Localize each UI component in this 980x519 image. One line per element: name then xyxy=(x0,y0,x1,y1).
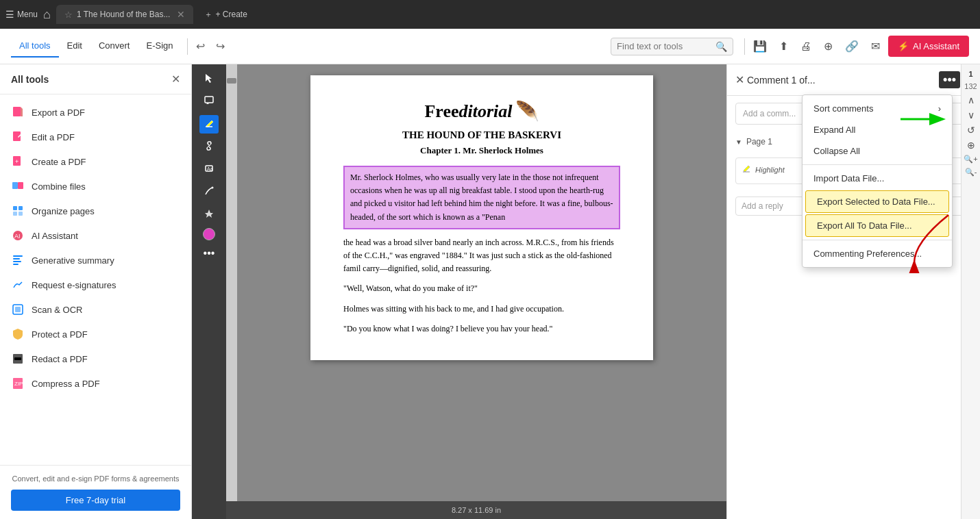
bookmarks-button[interactable]: ⊕ xyxy=(967,140,975,151)
ai-assistant-button[interactable]: ⚡ AI Assistant xyxy=(888,36,969,57)
sidebar-header: All tools ✕ xyxy=(0,64,191,94)
sidebar-item-compress-pdf[interactable]: ZIP Compress a PDF xyxy=(0,371,191,396)
pdf-body-text-1: the head was a broad silver band nearly … xyxy=(343,236,620,276)
create-pdf-icon: + xyxy=(11,155,25,168)
sidebar-item-gen-summary[interactable]: Generative summary xyxy=(0,248,191,273)
gen-summary-icon xyxy=(11,253,25,267)
zoom-out-button[interactable]: 🔍- xyxy=(965,168,977,177)
convert-tab[interactable]: Convert xyxy=(90,35,138,58)
browser-tab[interactable]: ☆ 1 The Hound of the Bas... ✕ xyxy=(56,5,194,24)
current-page-number: 1 xyxy=(968,70,972,78)
sidebar-item-ai-assistant[interactable]: AI AI Assistant xyxy=(0,223,191,248)
sort-comments-arrow-icon: › xyxy=(938,103,941,114)
sidebar-item-label-gen-summary: Generative summary xyxy=(32,255,114,266)
sidebar-item-label-protect: Protect a PDF xyxy=(32,329,88,340)
panel-title: Comment 1 of... xyxy=(747,75,936,86)
svg-text:Aa: Aa xyxy=(207,166,213,171)
dropdown-collapse-all[interactable]: Collapse All xyxy=(803,140,952,162)
dropdown-sort-comments[interactable]: Sort comments › xyxy=(803,98,952,119)
svg-rect-8 xyxy=(13,212,17,216)
color-picker[interactable] xyxy=(203,228,215,240)
draw-tool-button[interactable] xyxy=(199,183,219,201)
dropdown-expand-all[interactable]: Expand All xyxy=(803,119,952,140)
sidebar-item-organize-pages[interactable]: Organize pages xyxy=(0,199,191,223)
refresh-button[interactable]: ↺ xyxy=(967,125,975,136)
link-icon[interactable]: 🔗 xyxy=(842,37,861,55)
save-icon[interactable]: 💾 xyxy=(750,37,770,55)
sidebar-item-export-pdf[interactable]: Export a PDF xyxy=(0,100,191,125)
undo-redo-group: ↩ ↪ xyxy=(193,37,228,55)
zoom-icon[interactable]: ⊕ xyxy=(821,37,835,55)
svg-rect-19 xyxy=(14,357,21,360)
pdf-vertical-scrollbar[interactable] xyxy=(226,64,237,501)
esign-tab[interactable]: E-Sign xyxy=(138,35,181,58)
pdf-logo-text: Freeditorial xyxy=(424,101,512,122)
edit-tab[interactable]: Edit xyxy=(59,35,90,58)
sidebar-item-label-export-pdf: Export a PDF xyxy=(32,107,85,118)
scroll-down-button[interactable]: ∨ xyxy=(968,110,975,121)
sidebar-item-create-pdf[interactable]: + Create a PDF xyxy=(0,149,191,174)
zoom-in-button[interactable]: 🔍+ xyxy=(964,155,977,164)
upload-icon[interactable]: ⬆ xyxy=(776,37,791,55)
free-trial-button[interactable]: Free 7-day trial xyxy=(11,490,180,511)
browser-chrome: ☰ Menu ⌂ ☆ 1 The Hound of the Bas... ✕ ＋… xyxy=(0,0,980,29)
scan-ocr-icon xyxy=(11,303,25,316)
page-number-label: Page 1 xyxy=(746,137,772,147)
highlight-tool-button[interactable] xyxy=(199,115,219,134)
pdf-content-area: Freeditorial 🪶 THE HOUND OF THE BASKERVI… xyxy=(237,64,726,501)
pdf-body-text-3: Holmes was sitting with his back to me, … xyxy=(343,303,620,316)
svg-rect-4 xyxy=(12,182,18,189)
mail-icon[interactable]: ✉ xyxy=(868,37,883,55)
sidebar-item-combine-files[interactable]: Combine files xyxy=(0,174,191,199)
browser-menu[interactable]: ☰ Menu xyxy=(5,9,38,20)
new-tab-button[interactable]: ＋ + Create xyxy=(199,6,252,23)
undo-button[interactable]: ↩ xyxy=(193,37,208,55)
sidebar-item-label-edit-pdf: Edit a PDF xyxy=(32,132,75,142)
total-pages-number: 132 xyxy=(964,82,977,90)
link-tool-button[interactable] xyxy=(199,138,219,156)
more-tools-button[interactable]: ••• xyxy=(199,244,219,262)
all-tools-tab[interactable]: All tools xyxy=(11,35,59,58)
right-mini-toolbar: 1 132 ∧ ∨ ↺ ⊕ 🔍+ 🔍- xyxy=(961,64,980,519)
plus-icon: ＋ xyxy=(204,9,212,21)
pdf-highlighted-text: Mr. Sherlock Holmes, who was usually ver… xyxy=(343,166,620,229)
star-icon: ☆ xyxy=(64,10,73,20)
svg-text:AI: AI xyxy=(14,233,21,240)
pdf-bottom-bar: 8.27 x 11.69 in xyxy=(226,501,726,519)
dropdown-export-selected[interactable]: Export Selected to Data File... xyxy=(805,190,949,213)
home-icon[interactable]: ⌂ xyxy=(43,8,51,22)
sidebar-close-button[interactable]: ✕ xyxy=(171,73,180,86)
sidebar-item-request-esig[interactable]: Request e-signatures xyxy=(0,273,191,297)
panel-close-button[interactable]: ✕ xyxy=(735,73,744,86)
scroll-up-button[interactable]: ∧ xyxy=(968,94,975,105)
sidebar-item-scan-ocr[interactable]: Scan & OCR xyxy=(0,297,191,322)
sidebar-item-label-compress: Compress a PDF xyxy=(32,379,100,389)
print-icon[interactable]: 🖨 xyxy=(798,38,814,55)
text-tool-button[interactable]: Aa xyxy=(199,160,219,179)
sidebar-footer: Convert, edit and e-sign PDF forms & agr… xyxy=(0,465,191,519)
pdf-body-text-4: "Do you know what I was doing? I believe… xyxy=(343,322,620,336)
svg-rect-15 xyxy=(13,264,19,265)
sidebar-item-redact-pdf[interactable]: Redact a PDF xyxy=(0,346,191,371)
comment-tool-button[interactable] xyxy=(199,92,219,111)
sidebar-item-protect-pdf[interactable]: Protect a PDF xyxy=(0,322,191,346)
page-chevron-icon[interactable]: ▼ xyxy=(735,138,742,146)
right-comments-panel: ✕ Comment 1 of... ••• ⤢ Add a comm... ▼ … xyxy=(726,64,980,519)
combine-files-icon xyxy=(11,179,25,193)
cursor-tool-button[interactable] xyxy=(199,70,219,88)
dropdown-import-data[interactable]: Import Data File... xyxy=(803,168,952,189)
dropdown-export-all[interactable]: Export All To Data File... xyxy=(805,214,949,237)
pin-tool-button[interactable] xyxy=(199,205,219,224)
find-search-icon[interactable]: 🔍 xyxy=(715,41,727,52)
highlight-comment-icon xyxy=(742,164,751,175)
find-tools-bar: 🔍 xyxy=(611,38,733,55)
sidebar-footer-text: Convert, edit and e-sign PDF forms & agr… xyxy=(11,474,180,484)
organize-pages-icon xyxy=(11,204,25,218)
find-text-input[interactable] xyxy=(617,41,713,51)
sidebar-item-label-organize: Organize pages xyxy=(32,206,95,216)
dropdown-commenting-prefs[interactable]: Commenting Preferences... xyxy=(803,243,952,264)
panel-more-button[interactable]: ••• xyxy=(939,71,960,88)
tab-close-icon[interactable]: ✕ xyxy=(177,9,185,20)
redo-button[interactable]: ↪ xyxy=(213,37,228,55)
sidebar-item-edit-pdf[interactable]: Edit a PDF xyxy=(0,125,191,149)
